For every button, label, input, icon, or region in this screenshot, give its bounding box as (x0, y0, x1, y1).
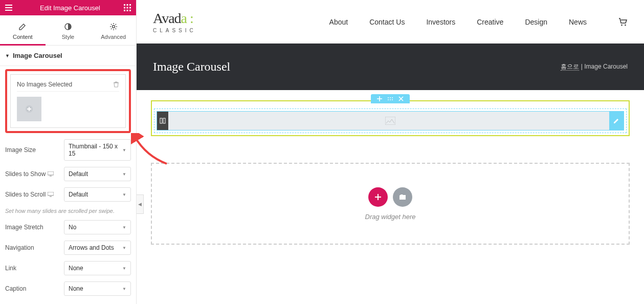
editor-tabs: Content Style Advanced (0, 15, 136, 46)
label-caption: Caption (5, 285, 64, 292)
add-image-button[interactable] (17, 97, 41, 121)
select-image-stretch-value: No (69, 224, 76, 231)
svg-rect-24 (385, 117, 395, 125)
svg-point-17 (390, 97, 391, 98)
site-nav: About Contact Us Investors Creative Desi… (329, 18, 628, 26)
select-caption[interactable]: None ▼ (64, 281, 131, 296)
select-slides-to-show[interactable]: Default ▼ (64, 167, 131, 181)
section-drag-icon[interactable] (387, 97, 393, 101)
editor-sidebar: Edit Image Carousel Content Style Advanc… (0, 0, 137, 304)
select-slides-to-scroll-value: Default (69, 191, 88, 198)
label-link: Link (5, 265, 64, 272)
apps-grid-icon[interactable] (124, 4, 131, 11)
svg-rect-1 (127, 4, 128, 6)
section-title: Image Carousel (13, 52, 62, 59)
chevron-down-icon: ▼ (122, 266, 126, 271)
svg-point-21 (392, 99, 393, 100)
cart-icon[interactable] (618, 18, 628, 26)
breadcrumb: 홈으로 | Image Carousel (561, 62, 628, 71)
svg-point-20 (390, 99, 391, 100)
svg-point-14 (621, 24, 623, 26)
svg-point-15 (625, 24, 626, 26)
site-logo[interactable]: Avada : CLASSIC (153, 10, 196, 33)
nav-link[interactable]: Investors (426, 18, 455, 26)
select-caption-value: None (69, 285, 83, 292)
sidebar-title: Edit Image Carousel (16, 4, 124, 12)
svg-rect-7 (127, 10, 128, 11)
image-selection-label: No Images Selected (17, 81, 72, 88)
svg-rect-0 (124, 4, 125, 6)
select-link[interactable]: None ▼ (64, 261, 131, 275)
select-navigation[interactable]: Arrows and Dots ▼ (64, 241, 131, 255)
desktop-icon (48, 192, 54, 197)
tab-style[interactable]: Style (46, 15, 91, 45)
section-header-image-carousel[interactable]: ▼ Image Carousel (0, 46, 136, 66)
editor-section[interactable] (151, 100, 630, 136)
svg-rect-8 (129, 10, 131, 11)
tab-advanced[interactable]: Advanced (91, 15, 136, 45)
column-handle-icon[interactable] (157, 112, 168, 130)
select-navigation-value: Arrows and Dots (69, 244, 114, 251)
desktop-icon (48, 171, 54, 177)
tab-content[interactable]: Content (0, 15, 46, 45)
select-slides-to-scroll[interactable]: Default ▼ (64, 187, 131, 202)
dropzone-text: Drag widget here (365, 213, 416, 221)
widget-dropzone[interactable]: Drag widget here (151, 163, 630, 245)
section-close-icon[interactable] (398, 96, 404, 101)
select-image-size[interactable]: Thumbnail - 150 x 15 ▼ (64, 139, 131, 161)
svg-rect-5 (129, 7, 131, 9)
section-add-icon[interactable] (377, 96, 382, 101)
breadcrumb-current: Image Carousel (584, 63, 628, 70)
select-slides-to-show-value: Default (69, 170, 88, 178)
svg-rect-6 (124, 10, 125, 11)
widget-edit-button[interactable] (609, 112, 624, 130)
label-image-size: Image Size (5, 146, 64, 154)
editor-column[interactable] (154, 108, 627, 133)
site-header: Avada : CLASSIC About Contact Us Investo… (137, 0, 644, 44)
svg-rect-2 (129, 4, 131, 6)
label-slides-to-show: Slides to Show (5, 170, 64, 178)
svg-point-10 (112, 26, 115, 28)
nav-link[interactable]: About (329, 18, 348, 26)
svg-rect-23 (163, 118, 165, 123)
svg-point-19 (388, 99, 389, 100)
select-image-size-value: Thumbnail - 150 x 15 (69, 143, 122, 157)
svg-point-16 (388, 97, 389, 98)
nav-link[interactable]: Creative (477, 18, 503, 26)
select-link-value: None (69, 265, 83, 272)
chevron-down-icon: ▼ (122, 172, 126, 177)
annotation-highlight-box: No Images Selected (5, 69, 131, 133)
label-slides-to-scroll: Slides to Scroll (5, 191, 64, 198)
page-title-bar: Image Carousel 홈으로 | Image Carousel (137, 44, 644, 90)
nav-link[interactable]: News (569, 18, 587, 26)
select-image-stretch[interactable]: No ▼ (64, 220, 131, 234)
chevron-down-icon: ▼ (122, 287, 126, 291)
svg-rect-4 (127, 7, 128, 9)
svg-point-18 (392, 97, 393, 98)
svg-rect-22 (160, 118, 162, 123)
preview-canvas: Avada : CLASSIC About Contact Us Investo… (137, 0, 644, 304)
nav-link[interactable]: Contact Us (369, 18, 405, 26)
caret-down-icon: ▼ (5, 53, 10, 58)
image-selection-box: No Images Selected (10, 74, 126, 128)
breadcrumb-home-link[interactable]: 홈으로 (561, 63, 579, 71)
svg-rect-13 (48, 192, 54, 196)
section-toolbar (371, 94, 410, 103)
hint-slides-to-scroll: Set how many slides are scrolled per swi… (5, 208, 131, 214)
chevron-down-icon: ▼ (122, 225, 126, 230)
chevron-down-icon: ▼ (122, 148, 126, 153)
menu-icon[interactable] (5, 5, 12, 11)
template-library-button[interactable] (393, 187, 412, 207)
chevron-down-icon: ▼ (122, 192, 126, 197)
tab-content-label: Content (13, 34, 33, 40)
add-section-button[interactable] (368, 187, 388, 207)
svg-rect-12 (48, 171, 54, 175)
nav-link[interactable]: Design (525, 18, 547, 26)
image-carousel-widget[interactable] (157, 111, 624, 131)
label-image-stretch: Image Stretch (5, 224, 64, 231)
trash-icon[interactable] (113, 81, 119, 88)
tab-advanced-label: Advanced (101, 34, 126, 40)
svg-rect-3 (124, 7, 125, 9)
image-placeholder-icon (385, 117, 395, 125)
sidebar-collapse-handle[interactable]: ◀ (137, 194, 144, 214)
